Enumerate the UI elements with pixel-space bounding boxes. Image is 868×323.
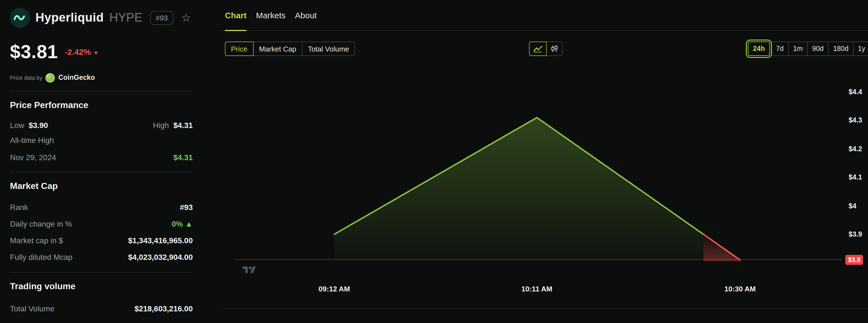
y-axis-tick: $4.3 xyxy=(848,116,862,125)
coin-header: Hyperliquid HYPE #93 ☆ xyxy=(10,7,193,28)
row-value: $1,343,416,965.00 xyxy=(128,236,193,245)
attribution: Price data by CoinGecko xyxy=(10,72,193,83)
row-value: $4,023,032,904.00 xyxy=(128,253,193,262)
chart-area-up xyxy=(334,117,704,261)
y-axis-tick: $4 xyxy=(848,201,856,210)
low-high-row: Low $3.90 High $4.31 xyxy=(10,120,193,130)
attribution-brand[interactable]: CoinGecko xyxy=(58,74,95,82)
price-block: $3.81 -2.42% ▼ xyxy=(10,40,193,63)
star-icon[interactable]: ☆ xyxy=(181,12,191,23)
current-price: $3.81 xyxy=(10,41,58,62)
y-axis-tick: $4.4 xyxy=(848,88,862,96)
main-panel: Chart Markets About Price Market Cap Tot… xyxy=(220,0,868,323)
metric-button-market-cap[interactable]: Market Cap xyxy=(253,41,302,56)
current-price-badge: $3.8 xyxy=(845,255,863,265)
attribution-prefix: Price data by xyxy=(10,75,42,81)
row-value: 0% ▲ xyxy=(172,219,193,228)
low-label: Low xyxy=(10,121,24,130)
x-axis-label: 09:12 AM xyxy=(301,285,368,293)
line-chart-icon[interactable] xyxy=(529,41,547,56)
main-bottom-divider xyxy=(220,308,868,309)
ath-value: $4.31 xyxy=(174,153,193,162)
row-label: Daily change in % xyxy=(10,219,72,228)
row-label: Total Volume xyxy=(10,304,54,313)
hyperliquid-logo xyxy=(10,8,30,28)
row-label: Market cap in $ xyxy=(10,236,63,245)
row-label: Fully diluted Mcap xyxy=(10,253,72,262)
candlestick-icon[interactable] xyxy=(546,41,563,56)
table-row: Fully diluted Mcap $4,023,032,904.00 xyxy=(10,252,193,262)
rank-badge: #93 xyxy=(150,11,173,25)
coingecko-logo[interactable] xyxy=(46,73,55,82)
range-button-90d[interactable]: 90d xyxy=(807,41,829,56)
table-row: Rank #93 xyxy=(10,202,193,212)
coin-sidebar: Hyperliquid HYPE #93 ☆ $3.81 -2.42% ▼ Pr… xyxy=(10,0,193,314)
ath-row: Nov 29, 2024 $4.31 xyxy=(10,152,193,162)
sidebar-divider xyxy=(10,172,193,172)
hyperliquid-wave-icon xyxy=(14,13,26,22)
metric-button-total-volume[interactable]: Total Volume xyxy=(302,41,355,56)
x-axis-label: 10:30 AM xyxy=(707,285,773,293)
coin-symbol: HYPE xyxy=(109,10,142,25)
table-row: Total Volume $218,603,216.00 xyxy=(10,303,193,314)
metric-button-price[interactable]: Price xyxy=(225,41,253,56)
y-axis: $3.8 $4.4$4.3$4.2$4.1$4$3.9 xyxy=(846,72,868,277)
section-title-price-performance: Price Performance xyxy=(10,100,193,110)
table-row: Market cap in $ $1,343,416,965.00 xyxy=(10,235,193,245)
tradingview-logo[interactable] xyxy=(243,264,256,274)
low-value: $3.90 xyxy=(29,121,48,130)
range-button-1m[interactable]: 1m xyxy=(788,41,808,56)
section-title-market-cap: Market Cap xyxy=(10,181,193,191)
row-value: $218,603,216.00 xyxy=(134,304,193,313)
row-value: #93 xyxy=(180,203,193,212)
chart-controls: Price Market Cap Total Volume xyxy=(220,41,868,56)
range-button-180d[interactable]: 180d xyxy=(828,41,854,56)
x-axis: 09:12 AM10:11 AM10:30 AM xyxy=(236,285,842,294)
ath-date: Nov 29, 2024 xyxy=(10,153,56,162)
table-row: Daily change in % 0% ▲ xyxy=(10,219,193,229)
chart-type-toggle xyxy=(529,41,563,56)
price-line-chart xyxy=(236,72,842,277)
high-value: $4.31 xyxy=(174,121,193,130)
row-label: Rank xyxy=(10,203,28,212)
tab-bar: Chart Markets About xyxy=(220,0,868,31)
range-button-24h[interactable]: 24h xyxy=(748,41,770,56)
tab-markets[interactable]: Markets xyxy=(256,0,285,31)
down-arrow-icon: ▼ xyxy=(93,50,99,56)
price-chart xyxy=(236,72,842,277)
price-change: -2.42% ▼ xyxy=(65,47,99,56)
x-axis-label: 10:11 AM xyxy=(503,285,570,293)
current-price-dotted-line xyxy=(236,259,842,260)
metric-toggle: Price Market Cap Total Volume xyxy=(225,41,355,56)
range-button-1y[interactable]: 1y xyxy=(853,41,868,56)
tab-chart[interactable]: Chart xyxy=(225,0,247,31)
high-label: High xyxy=(153,121,169,130)
range-button-7d[interactable]: 7d xyxy=(771,41,789,56)
range-toggle: 24h 7d 1m 90d 180d 1y xyxy=(747,41,868,56)
sidebar-divider xyxy=(10,272,193,272)
y-axis-tick: $4.1 xyxy=(848,173,862,182)
sidebar-divider xyxy=(10,91,193,91)
app: Hyperliquid HYPE #93 ☆ $3.81 -2.42% ▼ Pr… xyxy=(0,0,868,323)
tab-about[interactable]: About xyxy=(295,0,316,31)
y-axis-tick: $4.2 xyxy=(848,145,862,153)
ath-label: All-time High xyxy=(10,136,193,146)
coin-name: Hyperliquid xyxy=(35,10,103,25)
y-axis-tick: $3.9 xyxy=(848,230,862,239)
section-title-trading-volume: Trading volume xyxy=(10,282,193,291)
